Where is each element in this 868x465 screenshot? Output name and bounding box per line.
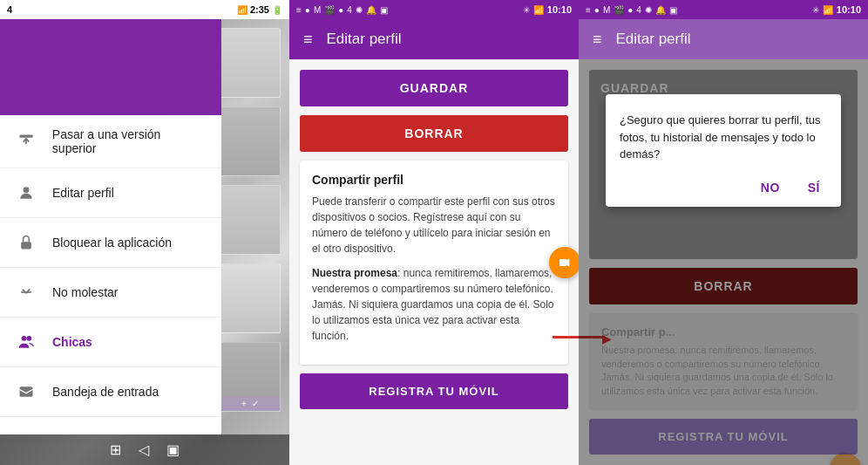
svg-point-4 — [26, 336, 31, 341]
upgrade-icon — [14, 129, 38, 154]
back-icon[interactable]: ◁ — [139, 441, 149, 458]
menu-label-edit-profile: Editar perfil — [52, 186, 114, 200]
dot-icon-3: ● — [627, 5, 633, 15]
dialog-message: ¿Seguro que quieres borrar tu perfil, tu… — [620, 112, 827, 163]
sun-icon: ✺ — [356, 5, 363, 15]
bell-icon-3: 🔔 — [655, 5, 666, 15]
save-button[interactable]: GUARDAR — [300, 70, 568, 106]
dialog-overlay: ¿Seguro que quieres borrar tu perfil, tu… — [579, 59, 868, 465]
register-button[interactable]: REGISTRA TU MÓVIL — [300, 373, 568, 409]
mail-status-icon-3: M — [603, 5, 610, 15]
menu-item-edit-profile[interactable]: Editar perfil — [0, 168, 221, 218]
menu-item-no-disturb[interactable]: No molestar — [0, 268, 221, 318]
status-number: 4 — [7, 4, 12, 15]
svg-rect-8 — [559, 259, 566, 266]
menu-item-upgrade[interactable]: Pasar a una versión superior — [0, 115, 221, 168]
confirm-delete-dialog: ¿Seguro que quieres borrar tu perfil, tu… — [606, 94, 841, 207]
bt-icon-3: ✳ — [812, 5, 819, 15]
panel-edit-profile-dialog: ≡ ● M 🎬 ● 4 ✺ 🔔 ▣ ✳ 📶 10:10 ≡ Editar per… — [579, 0, 868, 465]
spotify-icon: ● — [305, 5, 310, 15]
app-bar-2: ≡ Editar perfil — [289, 19, 579, 59]
girls-icon — [14, 330, 38, 354]
dialog-no-button[interactable]: NO — [754, 177, 787, 198]
app-bar-title-3: Editar perfil — [616, 31, 691, 48]
svg-rect-5 — [20, 386, 33, 397]
signal-icon-3: 📶 — [823, 5, 833, 15]
android-icon: ▣ — [380, 5, 388, 15]
menu-label-inbox: Bandeja de entrada — [52, 385, 159, 399]
mail-status-icon: M — [314, 5, 321, 15]
share-card-title: Compartir perfil — [312, 173, 556, 187]
bell-icon: 🔔 — [366, 5, 376, 15]
bt-icon: ✳ — [523, 5, 530, 15]
panel3-content: GUARDAR BORRAR Compartir p... Nuestra pr… — [579, 59, 868, 465]
app-bar-3: ≡ Editar perfil — [579, 19, 868, 59]
home-icon[interactable]: ⊞ — [110, 441, 121, 458]
menu-item-block-app[interactable]: Bloquear la aplicación — [0, 218, 221, 268]
recent-icon[interactable]: ▣ — [166, 441, 180, 458]
status-bar-1: 4 📶 2:35 🔋 — [0, 0, 289, 19]
share-card-text1: Puede transferir o compartir este perfil… — [312, 194, 556, 256]
hamburger-button-2[interactable]: ≡ — [303, 31, 313, 49]
number-status-2: 4 — [347, 5, 352, 15]
app-bar-title-2: Editar perfil — [327, 31, 402, 48]
status-bar-2: ≡ ● M 🎬 ● 4 ✺ 🔔 ▣ ✳ 📶 10:10 — [289, 0, 579, 19]
share-card-text2: Nuestra promesa: nunca remitiremos, llam… — [312, 265, 556, 344]
menu-item-inbox[interactable]: Bandeja de entrada — [0, 367, 221, 417]
android-icon-3: ▣ — [669, 5, 677, 15]
time-3: 10:10 — [837, 4, 861, 15]
menu-label-girls: Chicas — [52, 335, 92, 349]
svg-point-3 — [22, 336, 27, 341]
number-status-3: 4 — [636, 5, 641, 15]
status-left-icons: ≡ ● M 🎬 ● 4 ✺ 🔔 ▣ — [296, 5, 388, 15]
hamburger-status-icon-3: ≡ — [586, 5, 591, 15]
person-icon — [14, 181, 38, 205]
hamburger-button-3[interactable]: ≡ — [593, 31, 602, 49]
svg-rect-2 — [21, 242, 31, 249]
menu-item-help[interactable]: ? Asistencia — [0, 417, 221, 434]
dot-icon: ● — [338, 5, 343, 15]
hamburger-status-icon: ≡ — [296, 5, 302, 15]
status-left-icons-3: ≡ ● M 🎬 ● 4 ✺ 🔔 ▣ — [586, 5, 677, 15]
no-disturb-icon — [14, 280, 38, 304]
status-time-1: 2:35 — [250, 4, 269, 15]
status-battery-1: 🔋 — [272, 5, 282, 15]
time-2: 10:10 — [547, 4, 572, 15]
spotify-icon-3: ● — [594, 5, 600, 15]
signal-icon-2: 📶 — [533, 5, 544, 15]
dialog-actions: NO SÍ — [620, 177, 827, 198]
camera-status-icon-3: 🎬 — [614, 5, 624, 15]
menu-label-upgrade: Pasar a una versión superior — [52, 127, 207, 155]
delete-button[interactable]: BORRAR — [300, 115, 568, 152]
svg-point-1 — [24, 187, 30, 193]
lock-icon — [14, 230, 38, 255]
sun-icon-3: ✺ — [645, 5, 652, 15]
video-call-button[interactable] — [549, 247, 579, 278]
status-signal: 📶 — [237, 5, 248, 15]
menu-label-block: Bloquear la aplicación — [52, 236, 172, 250]
panel2-content: GUARDAR BORRAR Compartir perfil Puede tr… — [289, 59, 579, 465]
status-bar-3: ≡ ● M 🎬 ● 4 ✺ 🔔 ▣ ✳ 📶 10:10 — [579, 0, 868, 19]
inbox-icon — [14, 380, 38, 404]
menu-item-girls[interactable]: Chicas — [0, 318, 221, 367]
panel-edit-profile: ≡ ● M 🎬 ● 4 ✺ 🔔 ▣ ✳ 📶 10:10 ≡ Editar per… — [289, 0, 579, 465]
dialog-yes-button[interactable]: SÍ — [801, 177, 827, 198]
share-card: Compartir perfil Puede transferir o comp… — [300, 161, 568, 365]
promise-label: Nuestra promesa — [312, 267, 397, 279]
camera-status-icon: 🎬 — [324, 5, 335, 15]
menu-label-no-disturb: No molestar — [52, 285, 118, 299]
panel-side-menu: 4 📶 2:35 🔋 + ✓ — [0, 0, 289, 465]
